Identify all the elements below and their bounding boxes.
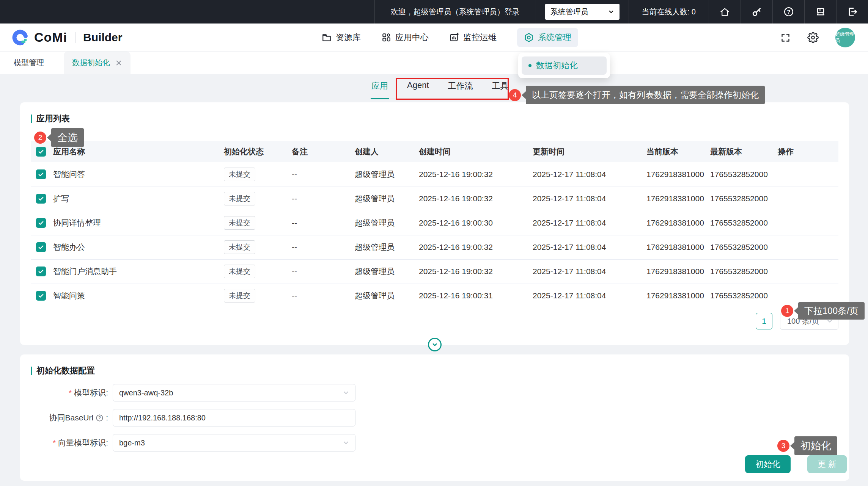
table-row: 智能办公 未提交 -- 超级管理员 2025-12-16 19:00:32 20… [31, 235, 838, 259]
question-icon: ? [783, 6, 794, 17]
nav-label: 系统管理 [538, 32, 571, 43]
help-circle-icon[interactable]: ? [96, 414, 104, 422]
cell-created-time: 2025-12-16 19:00:32 [414, 259, 527, 284]
cell-created-time: 2025-12-16 19:00:32 [414, 162, 527, 187]
cell-note: -- [286, 235, 349, 259]
folder-icon [322, 33, 332, 42]
select-all-checkbox[interactable] [36, 147, 46, 157]
cell-app-name: 智能问答 [48, 162, 219, 187]
title-bar-accent [31, 367, 32, 375]
tab-tool[interactable]: 工具 [491, 78, 509, 99]
init-button[interactable]: 初始化 [745, 455, 791, 473]
cell-latest-version: 1765532852000 [705, 284, 772, 308]
page-button-1[interactable]: 1 [756, 313, 772, 329]
row-checkbox[interactable] [36, 242, 46, 252]
field-label: 协同BaseUrl [49, 412, 93, 423]
cell-creator: 超级管理员 [349, 162, 414, 187]
annotation-3: 3 初始化 [777, 436, 837, 455]
fullscreen-button[interactable] [780, 33, 791, 43]
table-row: 智能问策 未提交 -- 超级管理员 2025-12-16 19:00:31 20… [31, 284, 838, 308]
avatar[interactable]: 超级管理员 [835, 28, 855, 47]
status-badge: 未提交 [224, 240, 255, 254]
form-row-model-id: * 模型标识: qwen3-awq-32b [31, 384, 838, 401]
col-current-version: 当前版本 [641, 141, 705, 162]
workstation-button[interactable] [804, 0, 836, 24]
annotation-4: 4 以上页签要逐个打开，如有列表数据，需要全部操作初始化 [509, 86, 765, 104]
home-button[interactable] [709, 0, 741, 24]
annotation-badge: 4 [509, 89, 521, 101]
main-nav: 资源库 应用中心 监控运维 系统管理 [322, 24, 578, 52]
logo-divider [75, 32, 75, 43]
annotation-1: 1 下拉100条/页 [781, 302, 865, 320]
tab-app[interactable]: 应用 [371, 78, 389, 99]
row-checkbox[interactable] [36, 267, 46, 276]
svg-text:?: ? [787, 8, 790, 15]
nav-item-app-center[interactable]: 应用中心 [381, 32, 429, 43]
menu-item-data-init[interactable]: 数据初始化 [522, 56, 607, 75]
config-card: 初始化数据配置 * 模型标识: qwen3-awq-32b 协同BaseUrl … [20, 354, 849, 481]
cell-actions [772, 211, 838, 235]
cell-app-name: 协同详情整理 [48, 211, 219, 235]
cell-current-version: 1762918381000 [641, 162, 705, 187]
form-row-vector-model: * 向量模型标识: bge-m3 [31, 434, 838, 452]
tab-label: 模型管理 [14, 58, 44, 68]
config-title: 初始化数据配置 [31, 365, 838, 376]
app-table: 应用名称 初始化状态 备注 创建人 创建时间 更新时间 当前版本 最新版本 操作… [31, 141, 838, 308]
nav-item-system-management[interactable]: 系统管理 [517, 28, 578, 47]
required-mark: * [53, 438, 56, 447]
check-icon [38, 195, 44, 202]
annotation-badge: 1 [781, 305, 793, 317]
status-badge: 未提交 [224, 168, 255, 181]
annotation-tooltip: 以上页签要逐个打开，如有列表数据，需要全部操作初始化 [526, 86, 765, 104]
check-icon [38, 268, 44, 275]
cell-actions [772, 162, 838, 187]
cell-note: -- [286, 187, 349, 211]
row-checkbox[interactable] [36, 169, 46, 179]
check-icon [38, 148, 44, 155]
tab-model-management[interactable]: 模型管理 [11, 52, 46, 74]
cell-note: -- [286, 284, 349, 308]
cell-app-name: 扩写 [48, 187, 219, 211]
cell-latest-version: 1765532852000 [705, 162, 772, 187]
tab-workflow[interactable]: 工作流 [447, 78, 474, 99]
close-icon[interactable] [115, 60, 122, 66]
vector-model-value: bge-m3 [119, 439, 145, 447]
logo-name: CoMi [34, 30, 67, 45]
cell-updated-time: 2025-12-17 11:08:04 [527, 284, 641, 308]
row-checkbox[interactable] [36, 291, 46, 301]
nav-label: 监控运维 [463, 32, 497, 43]
cell-current-version: 1762918381000 [641, 211, 705, 235]
baseurl-input[interactable] [113, 409, 355, 426]
table-row: 智能问答 未提交 -- 超级管理员 2025-12-16 19:00:32 20… [31, 162, 838, 187]
cell-app-name: 智能门户消息助手 [48, 259, 219, 284]
field-label: 向量模型标识: [58, 437, 108, 448]
cell-note: -- [286, 211, 349, 235]
nav-item-resources[interactable]: 资源库 [322, 32, 361, 43]
topbar: 欢迎，超级管理员（系统管理员）登录 系统管理员 当前在线人数: 0 ? [0, 0, 868, 24]
cell-latest-version: 1765532852000 [705, 235, 772, 259]
tab-data-init[interactable]: 数据初始化 [64, 52, 131, 74]
app-logo[interactable]: CoMi Builder [11, 29, 122, 46]
logout-button[interactable] [836, 0, 868, 24]
row-checkbox[interactable] [36, 218, 46, 228]
svg-text:?: ? [98, 415, 101, 420]
product-name: Builder [83, 31, 122, 44]
settings-button[interactable] [807, 32, 819, 43]
app-table-body: 智能问答 未提交 -- 超级管理员 2025-12-16 19:00:32 20… [31, 162, 838, 308]
row-checkbox[interactable] [36, 194, 46, 204]
update-button[interactable]: 更 新 [807, 455, 847, 473]
status-badge: 未提交 [224, 265, 255, 278]
status-badge: 未提交 [224, 289, 255, 303]
role-select[interactable]: 系统管理员 [545, 4, 620, 20]
nav-item-monitor-ops[interactable]: 监控运维 [449, 32, 497, 43]
gear-icon [807, 32, 819, 43]
vector-model-select[interactable]: bge-m3 [113, 434, 355, 452]
logout-icon [847, 6, 858, 17]
title-text: 应用列表 [36, 113, 70, 124]
cell-creator: 超级管理员 [349, 235, 414, 259]
tab-agent[interactable]: Agent [406, 78, 430, 99]
key-button[interactable] [741, 0, 772, 24]
expand-more-button[interactable] [428, 338, 442, 351]
help-button[interactable]: ? [772, 0, 804, 24]
model-id-select[interactable]: qwen3-awq-32b [113, 384, 355, 401]
